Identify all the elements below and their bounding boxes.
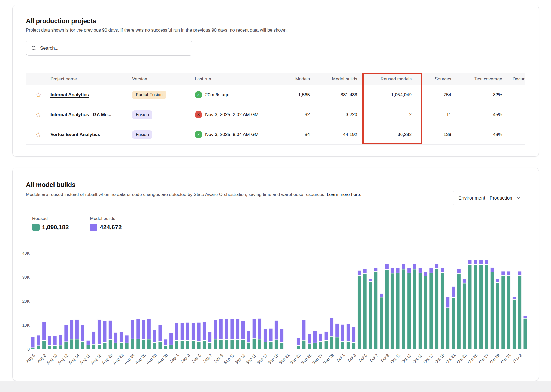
bar-builds-Aug-22[interactable] [120,332,123,342]
bar-reused-Oct-31[interactable] [507,276,510,349]
bar-builds-Oct-8[interactable] [380,294,383,297]
bar-builds-Sep-2[interactable] [180,323,184,340]
bar-builds-Aug-25[interactable] [136,319,140,339]
bar-reused-Aug-6[interactable] [31,348,35,349]
bar-builds-Sep-10[interactable] [225,319,228,339]
bar-reused-Oct-4[interactable] [358,276,361,349]
bar-builds-Oct-27[interactable] [485,260,488,264]
bar-reused-Aug-12[interactable] [64,342,68,349]
bar-reused-Sep-26[interactable] [313,343,317,349]
bar-reused-Sep-10[interactable] [225,340,228,349]
bar-builds-Oct-14[interactable] [413,264,416,269]
bar-builds-Oct-30[interactable] [501,271,505,275]
bar-reused-Oct-15[interactable] [418,273,422,349]
bar-builds-Aug-8[interactable] [42,322,46,340]
bar-reused-Oct-21[interactable] [452,298,455,349]
bar-builds-Aug-21[interactable] [114,332,118,343]
project-name-link[interactable]: Internal Analytics - GA Me... [50,112,111,117]
project-search[interactable] [26,41,192,56]
bar-reused-Aug-27[interactable] [147,339,151,349]
bar-builds-Aug-6[interactable] [31,337,35,348]
bar-builds-Oct-18[interactable] [435,264,438,269]
bar-reused-Sep-8[interactable] [214,339,217,349]
bar-builds-Aug-18[interactable] [98,320,101,344]
bar-builds-Oct-9[interactable] [385,264,389,269]
bar-reused-Oct-6[interactable] [369,282,372,349]
bar-builds-Aug-28[interactable] [153,330,156,342]
learn-more-link[interactable]: Learn more here. [327,192,361,197]
bar-builds-Aug-12[interactable] [64,325,68,342]
bar-builds-Oct-2[interactable] [346,324,350,341]
star-icon[interactable]: ☆ [35,111,41,119]
bar-reused-Oct-18[interactable] [435,269,438,349]
bar-reused-Oct-28[interactable] [490,272,494,349]
bar-builds-Aug-7[interactable] [37,335,40,346]
bar-builds-Oct-7[interactable] [374,268,378,271]
bar-reused-Sep-14[interactable] [247,342,250,349]
bar-reused-Aug-26[interactable] [142,340,145,349]
bar-builds-Aug-15[interactable] [81,325,84,341]
bar-builds-Sep-14[interactable] [247,331,250,342]
bar-reused-Oct-10[interactable] [391,273,394,349]
bar-builds-Sep-17[interactable] [264,329,267,342]
bar-reused-Oct-16[interactable] [424,276,428,349]
bar-reused-Sep-27[interactable] [319,342,322,349]
bar-builds-Oct-26[interactable] [479,260,483,264]
bar-builds-Aug-17[interactable] [92,332,95,344]
bar-reused-Aug-11[interactable] [59,345,62,349]
bar-builds-Sep-11[interactable] [230,319,234,339]
bar-builds-Oct-15[interactable] [418,268,422,273]
bar-reused-Oct-13[interactable] [407,273,411,349]
bar-reused-Sep-3[interactable] [186,341,189,349]
environment-select[interactable]: Environment Production [453,191,526,205]
bar-builds-Nov-1[interactable] [512,297,516,299]
project-name-link[interactable]: Vortex Event Analytics [50,132,100,137]
bar-builds-Sep-16[interactable] [258,318,261,339]
bar-builds-Aug-26[interactable] [142,320,145,339]
bar-reused-Oct-25[interactable] [474,265,477,349]
bar-builds-Sep-1[interactable] [175,323,178,340]
bar-builds-Sep-23[interactable] [297,338,300,346]
bar-builds-Nov-3[interactable] [523,316,527,318]
bar-builds-Aug-11[interactable] [59,335,62,345]
bar-reused-Aug-29[interactable] [158,342,162,349]
bar-reused-Oct-30[interactable] [501,276,505,349]
bar-builds-Sep-19[interactable] [274,320,278,340]
bar-builds-Oct-23[interactable] [463,279,466,283]
bar-reused-Sep-13[interactable] [241,340,245,349]
bar-builds-Aug-10[interactable] [53,336,57,345]
project-name-link[interactable]: Internal Analytics [50,92,89,97]
bar-reused-Sep-23[interactable] [297,346,300,349]
bar-reused-Oct-5[interactable] [363,274,367,349]
bar-reused-Oct-11[interactable] [396,273,400,349]
bar-builds-Oct-20[interactable] [446,297,450,308]
bar-reused-Sep-18[interactable] [269,342,273,349]
bar-reused-Aug-31[interactable] [169,345,173,349]
bar-reused-Sep-25[interactable] [308,344,311,349]
bar-builds-Sep-5[interactable] [197,322,201,341]
bar-builds-Sep-15[interactable] [252,319,256,338]
bar-builds-Sep-18[interactable] [269,328,273,341]
bar-reused-Sep-5[interactable] [197,342,201,349]
bar-reused-Aug-24[interactable] [131,339,134,349]
bar-reused-Sep-28[interactable] [324,341,328,349]
bar-builds-Oct-6[interactable] [369,279,372,281]
bar-reused-Nov-3[interactable] [523,318,527,349]
bar-builds-Oct-4[interactable] [358,270,361,275]
bar-reused-Oct-27[interactable] [485,265,488,349]
bar-reused-Nov-1[interactable] [512,300,516,349]
bar-builds-Sep-6[interactable] [202,322,206,340]
bar-builds-Aug-27[interactable] [147,319,151,339]
bar-reused-Oct-2[interactable] [346,342,350,349]
bar-builds-Aug-13[interactable] [70,320,73,339]
bar-reused-Oct-17[interactable] [429,273,433,349]
bar-builds-Aug-19[interactable] [103,321,107,342]
bar-builds-Sep-20[interactable] [280,329,284,342]
bar-builds-Aug-20[interactable] [108,320,112,339]
bar-reused-Oct-8[interactable] [380,297,383,349]
bar-reused-Nov-2[interactable] [518,276,522,349]
bar-builds-Oct-22[interactable] [457,269,461,273]
bar-builds-Oct-3[interactable] [352,327,356,342]
bar-reused-Aug-13[interactable] [70,339,73,349]
bar-reused-Sep-17[interactable] [264,342,267,349]
